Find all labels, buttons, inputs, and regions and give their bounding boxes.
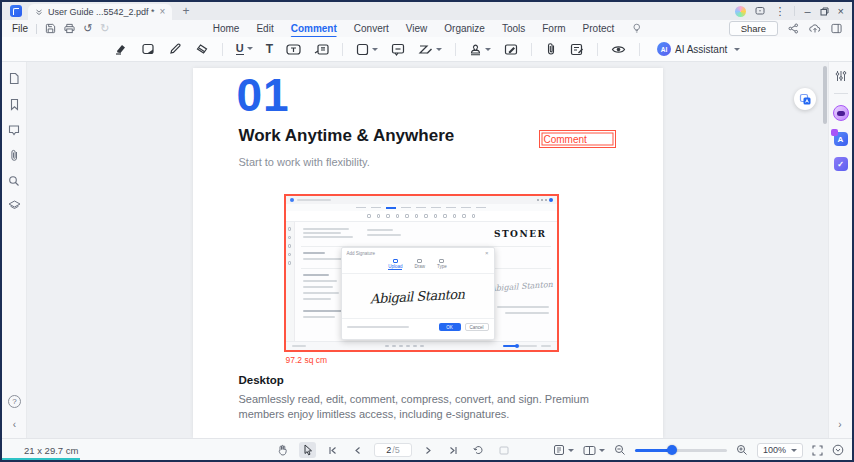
ai-assistant-button[interactable]: AI AI Assistant <box>657 42 740 56</box>
zoom-slider-knob[interactable] <box>667 445 677 455</box>
translate-app-icon[interactable]: A <box>834 132 848 146</box>
checklist-app-icon[interactable]: ✓ <box>834 157 848 171</box>
zoom-out-button[interactable] <box>614 444 626 456</box>
last-page-button[interactable] <box>445 442 462 458</box>
markup-pen-tool[interactable] <box>418 43 442 56</box>
mini-signature-text: Abigail Stanton <box>370 286 465 306</box>
next-page-button[interactable] <box>420 442 437 458</box>
menu-bar: File ↺ ↻ Home Edit Comment Convert View … <box>2 20 852 37</box>
user-avatar[interactable] <box>735 6 746 17</box>
menu-form[interactable]: Form <box>542 23 565 34</box>
help-button[interactable]: ? <box>8 395 21 408</box>
rotate-view-button[interactable] <box>470 442 487 458</box>
menu-edit[interactable]: Edit <box>256 23 273 34</box>
status-bar: 21 x 29.7 cm 2 /5 <box>2 438 852 460</box>
collapse-sidebar-button[interactable]: ‹ <box>13 420 16 430</box>
area-highlight-tool-icon[interactable] <box>141 42 155 56</box>
more-menu-icon[interactable]: ⋮ <box>774 6 785 17</box>
previous-page-button[interactable] <box>349 442 366 458</box>
bookmarks-panel-icon[interactable] <box>9 98 20 111</box>
page-layout-button[interactable] <box>553 444 574 456</box>
ai-robot-icon[interactable] <box>833 105 849 121</box>
comments-panel-icon[interactable] <box>8 124 20 136</box>
document-viewport[interactable]: 01 Work Anytime & Anywhere Comment Start… <box>27 62 828 438</box>
properties-sliders-icon[interactable] <box>835 70 847 82</box>
panel-toggle-icon[interactable] <box>831 23 842 34</box>
chapter-number: 01 <box>237 68 290 122</box>
new-tab-button[interactable]: + <box>182 4 189 18</box>
menu-protect[interactable]: Protect <box>583 23 615 34</box>
text-callout-tool-icon[interactable] <box>314 43 329 56</box>
zoom-in-button[interactable] <box>736 444 748 456</box>
menu-organize[interactable]: Organize <box>444 23 485 34</box>
snapshot-button[interactable] <box>495 442 512 458</box>
restore-button[interactable] <box>820 7 829 16</box>
share-button[interactable]: Share <box>729 21 778 36</box>
file-menu[interactable]: File <box>12 23 28 34</box>
stamps-panel-icon[interactable] <box>8 200 21 211</box>
collapse-statusbar-button[interactable] <box>832 444 844 456</box>
feedback-icon[interactable] <box>755 6 765 16</box>
mini-window-controls <box>537 198 553 202</box>
highlight-tool-icon[interactable] <box>114 42 128 56</box>
reading-mode-button[interactable] <box>583 445 605 456</box>
document-tab[interactable]: User Guide ...5542_2.pdf * × <box>28 4 172 20</box>
toolbar-divider <box>222 43 223 56</box>
shape-tool[interactable] <box>356 43 378 56</box>
mini-toolbar <box>286 211 557 222</box>
embedded-screenshot-image[interactable]: STONER <box>284 194 559 352</box>
annotation-list-tool-icon[interactable] <box>570 43 584 56</box>
attachments-panel-icon[interactable] <box>9 149 19 162</box>
menu-tools[interactable]: Tools <box>502 23 525 34</box>
print-icon[interactable] <box>64 23 75 34</box>
menu-comment[interactable]: Comment <box>291 23 337 34</box>
attachment-tool-icon[interactable] <box>545 42 557 56</box>
scrollbar-thumb[interactable] <box>823 66 827 124</box>
close-button[interactable]: × <box>838 6 844 17</box>
tab-close-icon[interactable]: × <box>160 7 166 17</box>
chevron-down-icon <box>485 48 491 51</box>
mini-menu-bar <box>286 204 557 211</box>
first-page-button[interactable] <box>324 442 341 458</box>
zoom-slider[interactable] <box>635 449 727 452</box>
thumbnails-panel-icon[interactable] <box>8 72 20 85</box>
sticky-note-tool-icon[interactable] <box>391 43 405 56</box>
text-box-tool-icon[interactable] <box>286 43 301 56</box>
floating-translate-button[interactable] <box>794 88 816 110</box>
chevron-down-icon <box>436 48 442 51</box>
page-number-input[interactable]: 2 /5 <box>374 443 412 457</box>
mini-status-bar <box>286 341 557 350</box>
page-title: Work Anytime & Anywhere <box>239 126 455 146</box>
comment-annotation-box[interactable]: Comment <box>539 130 616 148</box>
eraser-tool-icon[interactable] <box>195 42 209 56</box>
pencil-tool-icon[interactable] <box>168 42 182 56</box>
hide-annotations-eye-icon[interactable] <box>611 44 626 55</box>
lightbulb-icon[interactable] <box>631 23 641 34</box>
tab-chevrons-icon <box>35 8 43 16</box>
chevron-down-icon <box>568 449 574 452</box>
menu-home[interactable]: Home <box>213 23 240 34</box>
select-tool-icon[interactable] <box>299 442 316 458</box>
save-icon[interactable] <box>45 23 56 34</box>
underline-tool[interactable]: U <box>236 43 253 56</box>
stamp-tool[interactable] <box>469 43 491 56</box>
menu-convert[interactable]: Convert <box>354 23 389 34</box>
search-panel-icon[interactable] <box>8 175 20 187</box>
vertical-scrollbar[interactable] <box>822 64 827 432</box>
signature-tool-icon[interactable] <box>504 43 518 56</box>
chevron-down-icon <box>791 449 797 452</box>
zoom-level-select[interactable]: 100% <box>757 443 803 458</box>
mini-tab-upload: Upload <box>388 259 402 270</box>
minimize-button[interactable]: – <box>804 6 810 17</box>
fullscreen-button[interactable] <box>812 445 823 456</box>
menu-view[interactable]: View <box>406 23 428 34</box>
redo-icon[interactable]: ↻ <box>100 22 109 35</box>
mini-signature-dialog: Add Signature × Upload Draw Type Abigail… <box>341 247 495 340</box>
expand-sidebar-button[interactable]: › <box>828 420 852 430</box>
cloud-upload-icon[interactable] <box>809 23 821 34</box>
hand-tool-icon[interactable] <box>274 442 291 458</box>
undo-icon[interactable]: ↺ <box>83 22 92 35</box>
add-text-tool[interactable]: T <box>266 43 273 55</box>
pdf-page[interactable]: 01 Work Anytime & Anywhere Comment Start… <box>193 68 663 438</box>
share-nodes-icon[interactable] <box>788 23 799 34</box>
